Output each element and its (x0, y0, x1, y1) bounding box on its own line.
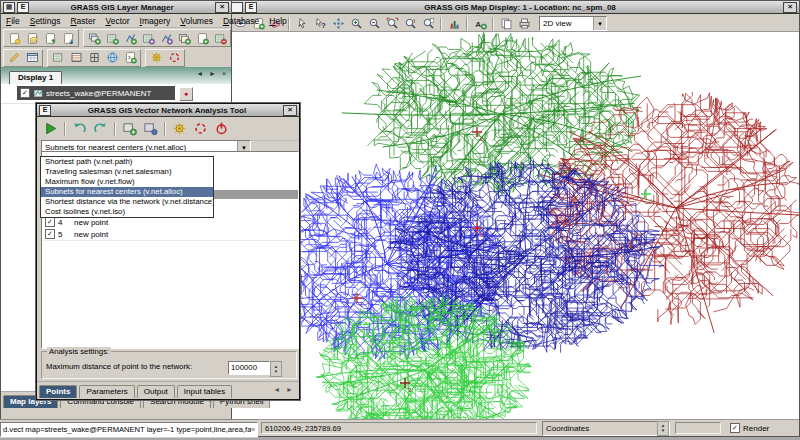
dialog-tabs: PointsParametersOutputInput tables◄ ► (37, 381, 299, 398)
window-menu-icon[interactable] (231, 2, 243, 13)
toolbar-separator (466, 17, 468, 31)
symbol-target-icon (168, 51, 181, 64)
zoom-options-button[interactable] (419, 16, 437, 31)
add-grid-button[interactable] (85, 50, 103, 65)
dialog-tab-input-tables[interactable]: Input tables (177, 385, 232, 398)
analyze-map-button[interactable] (445, 16, 463, 31)
add-vector-layer-button[interactable] (121, 31, 139, 46)
map-display-titlebar[interactable]: E GRASS GIS Map Display: 1 - Location: n… (229, 1, 799, 14)
max-distance-input[interactable]: 100000 (228, 361, 270, 375)
street-network-map: 24153 (229, 32, 799, 423)
menu-help[interactable]: Help (264, 16, 291, 26)
pointer-button[interactable] (293, 16, 311, 31)
statusbar-mode-select[interactable]: Coordinates ▲▼ (542, 421, 670, 436)
menu-volumes[interactable]: Volumes (175, 16, 218, 26)
workspace-save-button[interactable] (59, 31, 77, 46)
point-add-button[interactable] (119, 120, 140, 138)
zoom-last-button[interactable] (401, 16, 419, 31)
tab-nav-icons[interactable]: ◄ ► × (196, 70, 228, 77)
tab-scroll-icons[interactable]: ◄ ► (273, 386, 295, 393)
layer-label: streets_wake@PERMANENT (46, 89, 151, 98)
dropdown-item[interactable]: Maximum flow (v.net.flow) (41, 177, 213, 187)
render-checkbox-icon[interactable]: ✓ (730, 423, 740, 433)
point-row[interactable]: ✓5new point (42, 228, 298, 241)
dropdown-item[interactable]: Cost isolines (v.net.iso) (41, 207, 213, 217)
add-multi-layer-button[interactable] (85, 31, 103, 46)
quit-power-button[interactable] (211, 120, 232, 138)
dropdown-item[interactable]: Shortest distance via the network (v.net… (41, 197, 213, 207)
pan-map-button[interactable] (329, 16, 347, 31)
window-grid-icon[interactable]: ▦ (3, 2, 15, 13)
close-icon[interactable]: × (215, 2, 229, 13)
view-mode-combobox[interactable]: 2D view▼ (539, 16, 607, 31)
workspace-load-button[interactable] (41, 31, 59, 46)
print-display-button[interactable] (515, 16, 533, 31)
map-canvas[interactable]: 24153 (229, 31, 799, 423)
add-raster-layer-button[interactable] (103, 31, 121, 46)
dialog-tab-output[interactable]: Output (137, 385, 175, 398)
point-checkbox-icon[interactable]: ✓ (45, 217, 55, 227)
point-insert-icon (143, 121, 158, 136)
pointer-icon (296, 17, 309, 30)
symbol-target-button[interactable] (190, 120, 211, 138)
workspace-open-button[interactable] (23, 31, 41, 46)
menu-vector[interactable]: Vector (100, 16, 134, 26)
save-display-button[interactable] (497, 16, 515, 31)
add-db-table-button[interactable] (67, 50, 85, 65)
point-checkbox-icon[interactable]: ✓ (45, 229, 55, 239)
remove-layer-button[interactable] (211, 31, 229, 46)
add-web-service-button[interactable] (103, 50, 121, 65)
settings-gear-button[interactable] (169, 120, 190, 138)
menu-settings[interactable]: Settings (25, 16, 66, 26)
layer-legend-icon[interactable]: ● (179, 87, 193, 101)
combobox-arrow-icon[interactable]: ▼ (593, 17, 606, 30)
menu-file[interactable]: File (1, 16, 25, 26)
add-db-table-icon (70, 51, 83, 64)
add-raster-map-button[interactable] (49, 50, 67, 65)
dialog-titlebar[interactable]: E GRASS GIS Vector Network Analysis Tool… (37, 104, 299, 117)
add-command-layer-button[interactable] (121, 50, 139, 65)
attribute-table-button[interactable] (23, 50, 41, 65)
tab-display-1[interactable]: Display 1 (9, 71, 62, 84)
zoom-out-button[interactable] (365, 16, 383, 31)
menu-database[interactable]: Database (218, 16, 264, 26)
render-checkbox[interactable]: ✓ Render (727, 423, 769, 433)
vector-layer-icon (33, 88, 44, 99)
edit-vector-button[interactable] (5, 50, 23, 65)
dialog-tab-points[interactable]: Points (39, 385, 77, 398)
point-insert-button[interactable] (140, 120, 161, 138)
add-overlay-layer-icon (196, 32, 209, 45)
command-prompt-input[interactable]: d.vect map=streets_wake@PERMANENT layer=… (0, 422, 258, 437)
prompt-history-icon[interactable]: » (251, 423, 255, 436)
undo-button[interactable] (69, 120, 90, 138)
layer-checkbox-icon[interactable]: ✓ (20, 88, 30, 98)
dropdown-item[interactable]: Traveling salesman (v.net.salesman) (41, 167, 213, 177)
zoom-extent-button[interactable] (383, 16, 401, 31)
workspace-new-button[interactable] (5, 31, 23, 46)
close-icon[interactable]: × (783, 2, 797, 13)
run-analysis-button[interactable] (40, 120, 61, 138)
add-vector-misc-layer-button[interactable] (157, 31, 175, 46)
add-group-layer-button[interactable] (175, 31, 193, 46)
add-overlay-layer-button[interactable] (193, 31, 211, 46)
run-analysis-icon (43, 121, 58, 136)
max-distance-spinner-icon[interactable]: ▲▼ (270, 361, 282, 377)
settings-gear-button[interactable] (147, 50, 165, 65)
menu-raster[interactable]: Raster (65, 16, 100, 26)
layer-manager-titlebar[interactable]: ▦ E GRASS GIS Layer Manager × (1, 1, 231, 14)
menu-imagery[interactable]: Imagery (135, 16, 176, 26)
redo-button[interactable] (90, 120, 111, 138)
dropdown-item[interactable]: Subnets for nearest centers (v.net.alloc… (41, 187, 213, 197)
layer-row-selected[interactable]: ✓ streets_wake@PERMANENT (17, 86, 175, 100)
symbol-target-button[interactable] (165, 50, 183, 65)
toolbar-group (3, 49, 43, 67)
zoom-in-button[interactable] (347, 16, 365, 31)
statusbar-mode-spinner-icon[interactable]: ▲▼ (657, 421, 669, 436)
add-raster-misc-layer-button[interactable] (139, 31, 157, 46)
dialog-tab-parameters[interactable]: Parameters (79, 385, 134, 398)
dropdown-item[interactable]: Shortest path (v.net.path) (41, 157, 213, 167)
close-icon[interactable]: × (283, 105, 297, 116)
query-map-button[interactable]: ? (311, 16, 329, 31)
add-map-text-button[interactable]: A (471, 16, 489, 31)
add-raster-map-icon (52, 51, 65, 64)
